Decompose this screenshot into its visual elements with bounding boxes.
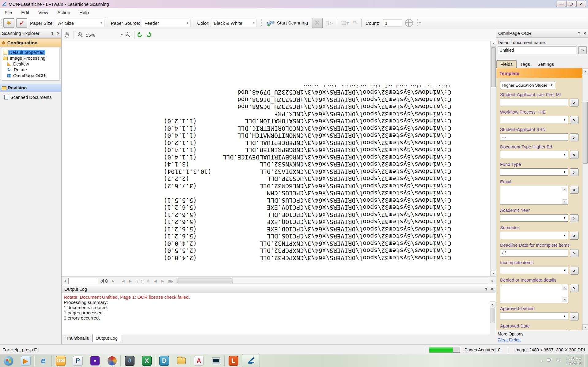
tree-item-omnipage-ocr[interactable]: OmniPage OCR [7,73,59,78]
menu-view[interactable]: View [34,8,53,17]
field-input[interactable]: / / : : [500,330,568,330]
close-panel-icon[interactable]: × [583,32,586,35]
taskbar-item-internet-explorer[interactable]: e [35,354,52,367]
taskbar-item-outlook[interactable]: O✉ [52,354,69,367]
close-button[interactable]: ✕ [576,1,586,7]
tree-item-rotate[interactable]: ↻ Rotate [7,67,59,73]
rotate-left-icon[interactable] [137,32,143,38]
zoom-in-icon[interactable] [77,32,83,38]
rotate-page-icon[interactable]: ↷ [353,20,357,26]
scroll-right-icon[interactable]: ► [491,279,495,283]
pages-icon[interactable]: ▯▷ [325,20,333,26]
taskbar-item-acrobat[interactable]: A [190,354,207,367]
taskbar-item-lftwain-active[interactable] [242,354,260,367]
next-page-icon[interactable]: ► [112,279,115,283]
scroll-up-icon[interactable]: ▲ [491,41,496,47]
taskbar-item-explorer[interactable] [173,354,190,367]
show-desktop-button[interactable] [584,354,588,367]
zoom-level-dropdown[interactable]: 55% ▾ [86,32,123,38]
paper-size-dropdown[interactable]: A4 Size ▾ [56,19,104,27]
start-button[interactable] [0,354,17,367]
taskbar-item-excel[interactable]: X [138,354,155,367]
taskbar-item-app-swirl[interactable] [104,354,121,367]
field-textarea[interactable]: ▲▼ [500,186,568,205]
configuration-section-header[interactable]: ✱ Configuration [0,38,61,47]
taskbar-item-laserfiche[interactable]: L [225,354,242,367]
apply-check-button[interactable]: ✓ [16,18,27,28]
taskbar-clock[interactable]: 9:16 AM 1/9/2015 [566,356,582,366]
close-panel-icon[interactable]: × [57,32,59,35]
tab-fields[interactable]: Fields [496,60,517,68]
minimize-button[interactable]: — [556,1,566,7]
taskbar-item-mail[interactable]: ▼ [86,354,104,367]
document-name-input[interactable]: Untitled [498,46,576,54]
prev-page-icon[interactable]: ◄ [63,279,67,283]
globe-icon[interactable] [405,19,413,27]
color-dropdown[interactable]: Black & White ▾ [211,19,257,27]
field-dropdown[interactable]: ▼ [500,313,568,320]
last-page-icon[interactable]: ► [128,279,133,283]
pan-hand-icon[interactable] [64,32,70,38]
pin-icon[interactable] [578,32,581,35]
menu-file[interactable]: File [0,8,17,17]
field-expand-button[interactable]: > [570,151,579,159]
field-input[interactable] [500,99,568,106]
scroll-up-icon[interactable]: ▲ [563,187,567,191]
pin-icon[interactable] [485,287,488,291]
undo-icon[interactable]: ◄ [153,279,157,283]
scanned-page[interactable]: this is the end of the printer test page… [62,41,491,276]
scroll-down-icon[interactable]: ▼ [491,271,496,276]
scroll-up-icon[interactable]: ▲ [563,285,567,290]
maximize-button[interactable]: ▢ [566,1,576,7]
taskbar-item-media-player[interactable]: ▶ [17,354,34,367]
menu-action[interactable]: Action [53,8,75,17]
vertical-scrollbar[interactable]: ▲ ▼ [490,41,496,276]
menu-edit[interactable]: Edit [17,8,34,17]
scroll-up-icon[interactable]: ▲ [490,301,495,307]
taskbar-item-publisher[interactable]: P [69,354,86,367]
scanner-settings-button[interactable]: ✱ [3,18,14,28]
insert-page-icon[interactable]: ▯ [136,279,138,283]
delete-page-icon[interactable]: ✕ [146,279,150,283]
page-number-input[interactable] [68,278,98,284]
network-icon[interactable] [546,358,552,364]
tray-expand-icon[interactable]: ▲ [540,359,543,362]
paper-source-dropdown[interactable]: Feeder ▾ [142,19,191,27]
field-expand-button[interactable]: > [570,313,579,320]
horizontal-scrollbar[interactable] [176,278,488,284]
scroll-down-icon[interactable]: ▼ [582,324,588,330]
tab-output-log[interactable]: Output Log [92,334,121,342]
field-dropdown[interactable]: ▼ [500,267,568,274]
scroll-down-icon[interactable]: ▼ [563,298,567,302]
close-panel-icon[interactable]: × [491,287,493,291]
scrollbar-thumb[interactable] [583,102,588,164]
scrollbar-thumb[interactable] [491,47,496,87]
field-dropdown[interactable]: ▼ [500,232,568,239]
field-dropdown[interactable]: ▼ [500,116,568,123]
tab-tags[interactable]: Tags [517,61,534,68]
vertical-scrollbar[interactable]: ▲ ▼ [582,68,588,330]
tab-settings[interactable]: Settings [534,61,558,68]
tree-item-image-processing[interactable]: Image Processing [3,55,59,61]
field-expand-button[interactable]: > [570,284,579,292]
toolbar-overflow-icon[interactable]: ▾ [419,21,421,24]
scrollbar-thumb[interactable] [491,308,495,323]
scrollbar-thumb[interactable] [177,279,233,283]
image-options-icon[interactable]: ▣▾ [168,279,173,283]
tab-thumbnails[interactable]: Thumbnails [63,335,92,342]
clear-fields-link[interactable]: Clear Fields [498,337,525,342]
zoom-out-icon[interactable] [125,32,131,38]
redo-icon[interactable]: ► [161,279,165,283]
start-scanning-button[interactable]: Start Scanning [277,20,308,26]
revision-section-header[interactable]: Revision [0,84,61,92]
count-input[interactable]: 1 [383,19,402,27]
menu-help[interactable]: Help [75,8,93,17]
first-page-icon[interactable]: ◄ [121,279,125,283]
speaker-icon[interactable] [556,358,562,364]
field-input[interactable]: / / [500,249,568,257]
replace-page-icon[interactable]: ▯ [141,279,144,283]
field-textarea[interactable]: ▲▼ [500,284,568,303]
taskbar-item-terminal[interactable] [207,354,225,367]
send-page-icon[interactable]: ▤▾ [341,20,349,26]
rotate-right-icon[interactable] [146,32,152,38]
